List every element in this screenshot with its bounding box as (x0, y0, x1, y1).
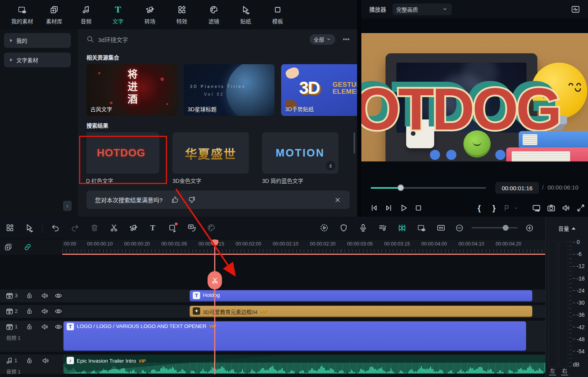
thumbs-down-button[interactable] (188, 196, 196, 204)
lock-icon[interactable] (26, 357, 33, 364)
clip-hotdog-text[interactable]: T Hotdog (190, 290, 532, 302)
link-icon (23, 243, 32, 251)
display-mode-button[interactable] (529, 203, 544, 212)
fit-timeline-button[interactable] (435, 222, 447, 234)
next-frame-button[interactable] (382, 203, 396, 212)
zoom-slider-handle[interactable] (503, 225, 509, 231)
download-button[interactable] (326, 161, 335, 170)
timeline-ruler[interactable]: :00:0000:00:00:1000:00:00:2000:00:01:050… (62, 239, 545, 255)
select-tool-button[interactable] (23, 222, 35, 234)
layout-button[interactable] (4, 222, 16, 234)
next-frame-icon (384, 203, 393, 212)
search-input[interactable]: 3d环绕文字 (98, 35, 128, 44)
clip-sticker-frame[interactable]: ✦ 3D可爱教育元素边框04 VIP (190, 306, 532, 317)
related-card-gesture-stickers[interactable]: 3D GESTUREELEMENTS 3D手势贴纸 (281, 64, 357, 116)
thumbs-up-button[interactable] (171, 196, 179, 204)
marker-dropdown[interactable] (512, 205, 521, 211)
preview-viewport[interactable]: OTDOG OTDOG (361, 33, 588, 161)
nav-filters[interactable]: 滤镜 (198, 0, 230, 29)
playhead-handle[interactable] (211, 240, 218, 245)
fullscreen-button[interactable] (573, 203, 588, 212)
undo-button[interactable] (49, 222, 61, 234)
top-nav: 我的素材 素材库 音频 T 文字 转场 特效 滤镜 贴纸 模板 (0, 0, 357, 29)
color-match-button[interactable] (205, 222, 217, 234)
clip-logo-opener[interactable]: T LOGO / LOGO / VARIOUS LOGO AND TEXT OP… (63, 321, 526, 351)
record-voiceover-button[interactable] (357, 222, 369, 234)
mute-icon[interactable] (42, 357, 49, 365)
more-options-button[interactable] (342, 35, 350, 43)
camera-icon (547, 203, 556, 212)
volume-button[interactable] (558, 203, 573, 212)
collapse-up-icon[interactable] (572, 227, 576, 230)
stop-button[interactable] (411, 203, 426, 212)
split-button[interactable] (108, 222, 120, 234)
result-caption: 3D金色文字 (173, 177, 249, 184)
timeline-zoom-slider[interactable] (472, 227, 518, 228)
performance-monitor-button[interactable] (571, 5, 580, 14)
audio-mixer-button[interactable] (377, 222, 388, 234)
meter-bar-right (559, 242, 568, 367)
marker-button[interactable] (502, 204, 512, 212)
feedback-close-button[interactable] (334, 196, 341, 203)
filter-all-dropdown[interactable]: 全部 (310, 34, 335, 45)
nav-transition[interactable]: 转场 (134, 0, 166, 29)
meter-scale: 0-6-12-18-24-30-36-42-48-54 (573, 239, 584, 354)
nav-my-media[interactable]: 我的素材 (6, 0, 38, 29)
lock-icon[interactable] (26, 292, 33, 299)
redo-button[interactable] (69, 222, 81, 234)
mute-icon[interactable] (41, 323, 49, 331)
mute-icon[interactable] (41, 292, 49, 300)
mute-icon[interactable] (41, 307, 49, 315)
add-text-button[interactable]: T (147, 222, 158, 234)
quick-split-mode-button[interactable] (396, 222, 408, 234)
red-annotation-rectangle (79, 136, 167, 184)
mark-out-button[interactable]: } (487, 203, 502, 213)
timeline-ruler-labels: :00:0000:00:00:1000:00:00:2000:00:01:050… (62, 239, 545, 255)
speech-to-text-button[interactable] (186, 222, 197, 234)
timeline-panel: T :00:0000:00:00:1000:00:00:2000:00:01:0… (0, 217, 588, 377)
lock-icon[interactable] (26, 307, 33, 315)
crop-button[interactable] (166, 222, 178, 234)
mark-button[interactable] (338, 222, 349, 234)
sidebar-item-mine[interactable]: 我的 (4, 33, 71, 48)
nav-stickers[interactable]: 贴纸 (230, 0, 262, 29)
nav-templates[interactable]: 模板 (262, 0, 294, 29)
text-clip-icon: T (67, 323, 74, 330)
render-preview-button[interactable] (318, 222, 330, 234)
nav-stock-media[interactable]: 素材库 (38, 0, 70, 29)
seek-bar[interactable] (371, 187, 486, 189)
seek-handle[interactable] (397, 184, 404, 191)
clip-audio-music[interactable]: ♪ Epic Invasion Trailer Intro VIP (63, 355, 545, 373)
result-card-gold-text[interactable]: 华夏盛世 (173, 132, 249, 174)
sidebar-collapse-button[interactable]: ‹ (63, 201, 72, 211)
nav-effects[interactable]: 特效 (166, 0, 198, 29)
related-card-guofeng[interactable]: 将进酒 古风文字 (86, 64, 177, 116)
sidebar-item-text-assets[interactable]: 文字素材 (4, 53, 71, 67)
link-clips-button[interactable] (22, 241, 33, 253)
delete-button[interactable] (88, 222, 100, 234)
visibility-icon[interactable] (55, 292, 62, 300)
playhead-cut-button[interactable] (208, 271, 222, 289)
lock-icon[interactable] (26, 323, 33, 330)
result-card-blue-text[interactable]: MOTION (262, 132, 338, 174)
mark-in-button[interactable]: { (472, 203, 487, 213)
quality-dropdown[interactable]: 完整画质 (393, 4, 452, 15)
snapshot-button[interactable] (544, 203, 558, 212)
previous-frame-button[interactable] (367, 203, 382, 212)
search-bar[interactable]: 3d环绕文字 全部 (86, 32, 350, 46)
preview-strip-button[interactable] (415, 222, 427, 234)
visibility-icon[interactable] (55, 323, 62, 331)
zoom-out-button[interactable] (454, 222, 465, 234)
nav-text[interactable]: T 文字 (102, 0, 134, 29)
audio-detach-button[interactable] (127, 222, 139, 234)
playhead-line[interactable] (214, 239, 215, 374)
panel-scrollbar[interactable] (354, 132, 355, 154)
category-sidebar: 我的 文字素材 ‹ (0, 29, 78, 217)
play-button[interactable] (396, 203, 411, 212)
related-card-planet-titles[interactable]: 3D Planets Titles Vol 02 3D星球标题 (184, 64, 275, 116)
nav-audio[interactable]: 音频 (70, 0, 102, 29)
zoom-in-button[interactable] (524, 222, 535, 234)
download-button[interactable] (236, 161, 246, 170)
visibility-icon[interactable] (55, 307, 62, 315)
add-track-button[interactable] (2, 241, 14, 253)
